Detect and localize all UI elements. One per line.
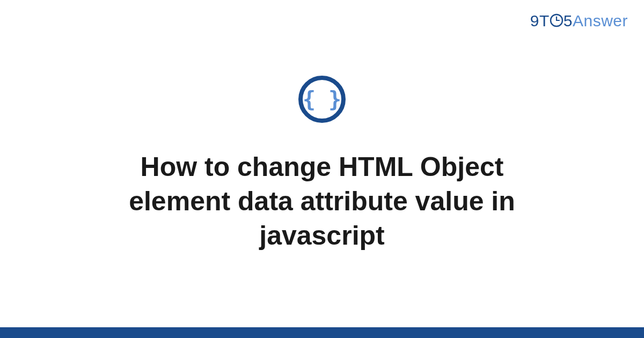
page-title: How to change HTML Object element data a… — [67, 150, 577, 253]
code-braces-icon: { } — [297, 75, 347, 124]
footer-bar — [0, 327, 644, 338]
main-content: { } How to change HTML Object element da… — [0, 0, 644, 327]
svg-text:{ }: { } — [303, 87, 341, 112]
